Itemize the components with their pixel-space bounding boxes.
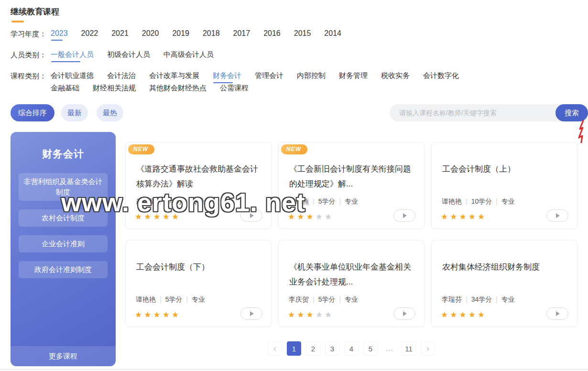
pagination: ‹ 1 2 3 4 5 ... 11 ›	[125, 341, 577, 356]
category-filter-row2: 金融基础 财经相关法规 其他财会财经热点 公需课程	[11, 84, 588, 93]
search-bar: 搜索	[390, 104, 588, 121]
title-underline-bar	[11, 21, 24, 22]
course-meta: 李庆贺|5学分|专业	[289, 295, 358, 304]
pagination-ellipsis: ...	[382, 341, 397, 356]
play-button[interactable]	[546, 307, 568, 320]
year-item-2023[interactable]: 2023	[51, 29, 68, 38]
play-button[interactable]	[240, 307, 262, 320]
person-item-general[interactable]: 一般会计人员	[51, 50, 94, 59]
star-rating: ★★★★★	[288, 212, 334, 222]
course-teacher: 谭艳艳	[136, 295, 156, 303]
category-item-reform[interactable]: 会计改革与发展	[149, 71, 199, 80]
course-card[interactable]: 工会会计制度（下） 谭艳艳|5学分|专业 ★★★★★	[125, 240, 272, 327]
category-item-management-accounting[interactable]: 管理会计	[255, 71, 283, 80]
category-item-related-laws[interactable]: 财经相关法规	[93, 84, 136, 93]
year-filter-row: 学习年度： 2023 2022 2021 2020 2019 2018 2017…	[11, 29, 588, 39]
course-level: 专业	[501, 295, 515, 303]
category-filter-label: 课程类别：	[11, 71, 51, 81]
pagination-page-5[interactable]: 5	[363, 341, 378, 356]
sort-newest-button[interactable]: 最新	[61, 104, 88, 121]
pagination-page-4[interactable]: 4	[344, 341, 359, 356]
course-teacher: 金红燕	[289, 197, 309, 205]
person-filter-row: 人员类别： 一般会计人员 初级会计人员 中高级会计人员	[11, 50, 588, 60]
play-button[interactable]	[546, 209, 568, 222]
year-item-2017[interactable]: 2017	[233, 29, 250, 38]
course-title[interactable]: 农村集体经济组织财务制度	[432, 260, 577, 274]
category-filter-items-row1: 会计职业道德 会计法治 会计改革与发展 财务会计 管理会计 内部控制 财务管理 …	[51, 71, 459, 80]
bottom-divider	[0, 369, 588, 370]
play-button[interactable]	[393, 209, 415, 222]
category-item-law[interactable]: 会计法治	[107, 71, 136, 80]
pagination-page-11[interactable]: 11	[402, 341, 416, 356]
year-item-2014[interactable]: 2014	[324, 29, 341, 38]
sidebar-item-government-standards[interactable]: 政府会计准则制度	[19, 261, 108, 278]
pagination-prev-icon[interactable]: ‹	[268, 341, 282, 356]
course-card[interactable]: 《机关事业单位职业年金基金相关业务会计处理规... 李庆贺|5学分|专业 ★★★…	[278, 240, 425, 327]
course-meta: 金红燕|5学分|专业	[289, 197, 358, 206]
category-sidebar: 财务会计 非营利组织及基金类会计制度 农村会计制度 企业会计准则 政府会计准则制…	[11, 132, 116, 366]
play-button[interactable]	[240, 209, 262, 222]
category-item-public-courses[interactable]: 公需课程	[220, 84, 249, 93]
person-item-senior[interactable]: 中高级会计人员	[163, 50, 214, 59]
year-item-2022[interactable]: 2022	[81, 29, 98, 38]
sidebar-item-enterprise-standards[interactable]: 企业会计准则	[19, 235, 108, 252]
course-teacher: 李瑞芬	[442, 295, 462, 303]
pagination-page-2[interactable]: 2	[306, 341, 320, 356]
star-rating: ★★★★★	[441, 212, 487, 222]
course-card[interactable]: NEW 《工会新旧会计制度有关衔接问题的处理规定》解... 金红燕|5学分|专业…	[278, 142, 425, 229]
play-icon	[556, 311, 560, 316]
play-icon	[403, 311, 407, 316]
year-item-2016[interactable]: 2016	[263, 29, 281, 38]
category-item-finance-basics[interactable]: 金融基础	[51, 84, 79, 93]
category-filter-items-row2: 金融基础 财经相关法规 其他财会财经热点 公需课程	[51, 84, 249, 93]
play-button[interactable]	[393, 307, 415, 320]
sidebar-item-rural-accounting[interactable]: 农村会计制度	[19, 209, 108, 227]
sidebar-title: 财务会计	[11, 132, 116, 161]
search-button[interactable]: 搜索	[555, 104, 588, 121]
pagination-page-3[interactable]: 3	[325, 341, 339, 356]
category-item-financial-accounting[interactable]: 财务会计	[213, 71, 241, 80]
category-item-hot-topics[interactable]: 其他财会财经热点	[149, 84, 207, 93]
person-filter-label: 人员类别：	[11, 50, 51, 60]
person-filter-items: 一般会计人员 初级会计人员 中高级会计人员	[51, 50, 214, 59]
course-credits: 10学分	[471, 197, 492, 205]
play-icon	[403, 213, 407, 218]
category-item-financial-management[interactable]: 财务管理	[339, 71, 368, 80]
course-title[interactable]: 工会会计制度（上）	[432, 162, 577, 176]
category-item-tax[interactable]: 税收实务	[381, 71, 410, 80]
toolbar: 综合排序 最新 最热 搜索	[11, 104, 588, 121]
pagination-page-1[interactable]: 1	[287, 341, 301, 356]
category-item-digital[interactable]: 会计数字化	[423, 71, 459, 80]
star-rating: ★★★★★	[288, 310, 334, 320]
course-meta: 赵仁举|5学分|专业	[136, 197, 205, 206]
pagination-next-icon[interactable]: ›	[421, 341, 435, 356]
year-item-2018[interactable]: 2018	[203, 29, 220, 38]
year-item-2020[interactable]: 2020	[142, 29, 159, 38]
year-item-2019[interactable]: 2019	[172, 29, 189, 38]
course-title[interactable]: 《道路交通事故社会救助基金会计核算办法》解读	[126, 162, 271, 191]
year-filter-label: 学习年度：	[11, 29, 51, 39]
course-teacher: 赵仁举	[136, 197, 156, 205]
category-filter-row: 课程类别： 会计职业道德 会计法治 会计改革与发展 财务会计 管理会计 内部控制…	[11, 71, 588, 81]
sort-hottest-button[interactable]: 最热	[97, 104, 123, 121]
course-card[interactable]: NEW 《道路交通事故社会救助基金会计核算办法》解读 赵仁举|5学分|专业 ★★…	[125, 142, 272, 229]
course-title[interactable]: 工会会计制度（下）	[126, 260, 271, 274]
person-item-junior[interactable]: 初级会计人员	[107, 50, 150, 59]
course-level: 专业	[501, 197, 515, 205]
star-rating: ★★★★★	[441, 310, 487, 320]
course-level: 专业	[192, 295, 205, 303]
course-title[interactable]: 《机关事业单位职业年金基金相关业务会计处理规...	[279, 260, 424, 289]
course-credits: 5学分	[318, 197, 336, 205]
sidebar-more-courses-button[interactable]: 更多课程	[11, 346, 116, 366]
sidebar-item-nonprofit-fund[interactable]: 非营利组织及基金类会计制度	[19, 173, 108, 201]
course-teacher: 谭艳艳	[442, 197, 462, 205]
course-title[interactable]: 《工会新旧会计制度有关衔接问题的处理规定》解...	[279, 162, 424, 191]
year-item-2021[interactable]: 2021	[111, 29, 129, 38]
year-item-2015[interactable]: 2015	[294, 29, 311, 38]
star-rating: ★★★★★	[135, 212, 181, 222]
course-card[interactable]: 农村集体经济组织财务制度 李瑞芬|34学分|专业 ★★★★★	[431, 240, 577, 327]
course-card[interactable]: 工会会计制度（上） 谭艳艳|10学分|专业 ★★★★★	[431, 142, 577, 229]
sort-comprehensive-button[interactable]: 综合排序	[11, 104, 54, 121]
category-item-internal-control[interactable]: 内部控制	[297, 71, 326, 80]
category-item-ethics[interactable]: 会计职业道德	[51, 71, 94, 80]
